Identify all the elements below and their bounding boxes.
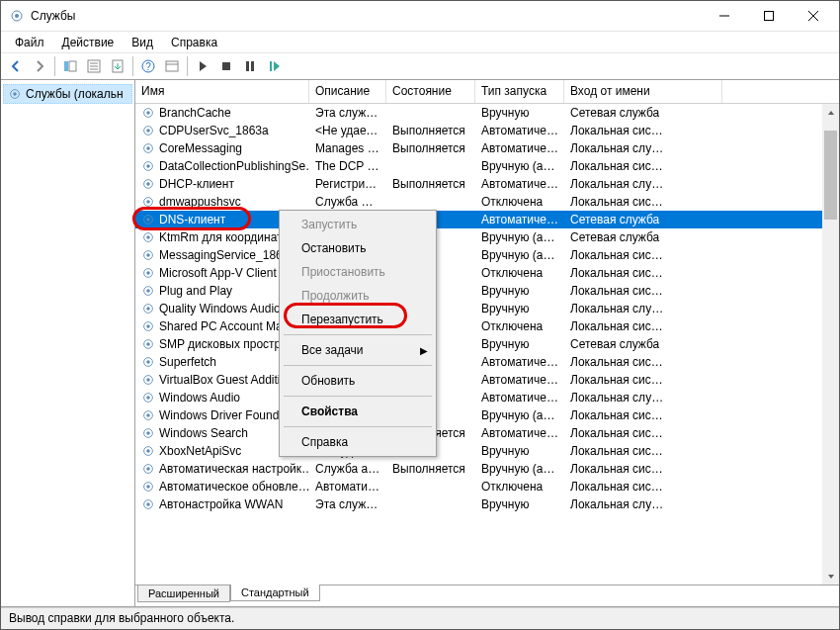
service-icon	[141, 462, 155, 476]
cell-logon: Локальная сис…	[564, 426, 722, 440]
service-icon	[141, 408, 155, 422]
service-name-text: DHCP-клиент	[159, 177, 234, 191]
scroll-up-button[interactable]	[822, 104, 839, 121]
service-icon	[141, 373, 155, 387]
cell-logon: Локальная сис…	[564, 373, 722, 387]
table-row[interactable]: Microsoft App-V ClientОтключенаЛокальная…	[135, 264, 839, 282]
table-row[interactable]: Автоматическая настройк…Служба ав…Выполн…	[135, 460, 839, 478]
table-row[interactable]: SMP дисковых прострВручнуюСетевая служба	[135, 335, 839, 353]
table-row[interactable]: DHCP-клиентРегистрир…ВыполняетсяАвтомати…	[135, 175, 839, 193]
service-name-text: Quality Windows Audio	[159, 302, 281, 315]
scroll-track[interactable]	[822, 121, 839, 568]
column-logon[interactable]: Вход от имени	[564, 80, 722, 103]
minimize-button[interactable]	[702, 2, 746, 30]
svg-point-48	[146, 324, 150, 328]
maximize-button[interactable]	[746, 2, 791, 30]
table-row[interactable]: Shared PC Account MaОтключенаЛокальная с…	[135, 317, 839, 335]
cell-startup: Автоматиче…	[475, 373, 564, 387]
list-button[interactable]	[161, 55, 183, 77]
cell-logon: Локальная сис…	[564, 195, 722, 209]
grid-body[interactable]: BranchCacheЭта служб…ВручнуюСетевая служ…	[135, 104, 839, 585]
table-row[interactable]: BranchCacheЭта служб…ВручнуюСетевая служ…	[135, 104, 839, 122]
tab-extended[interactable]: Расширенный	[137, 585, 230, 602]
table-row[interactable]: DNS-клиентетсяАвтоматиче…Сетевая служба	[135, 211, 839, 228]
close-button[interactable]	[791, 2, 835, 30]
restart-service-button[interactable]	[263, 55, 285, 77]
cell-name: CDPUserSvc_1863a	[135, 124, 309, 137]
cell-startup: Вручную	[475, 497, 564, 511]
context-menu-item[interactable]: Справка	[282, 430, 434, 454]
table-row[interactable]: DataCollectionPublishingSe…The DCP (…Вру…	[135, 157, 839, 175]
cell-logon: Локальная слу…	[564, 177, 722, 191]
table-row[interactable]: MessagingService_1863Вручную (ак…Локальн…	[135, 246, 839, 264]
table-row[interactable]: Автонастройка WWANЭта служб…ВручнуюЛокал…	[135, 495, 839, 513]
context-menu-item[interactable]: Все задачи▶	[282, 338, 434, 362]
service-name-text: Windows Search	[159, 426, 248, 440]
cell-logon: Локальная сис…	[564, 124, 722, 137]
column-name[interactable]: Имя	[135, 80, 309, 103]
vertical-scrollbar[interactable]	[822, 104, 839, 585]
help-button[interactable]: ?	[137, 55, 159, 77]
context-menu-item[interactable]: Остановить	[282, 236, 434, 260]
svg-point-54	[146, 378, 150, 382]
svg-point-58	[146, 413, 150, 417]
service-name-text: Microsoft App-V Client	[159, 266, 277, 280]
cell-name: Автоматическая настройк…	[135, 462, 309, 476]
svg-point-56	[146, 396, 150, 400]
context-menu-separator	[284, 334, 432, 335]
table-row[interactable]: Plug and PlayетсяВручнуюЛокальная сис…	[135, 282, 839, 300]
show-hide-tree-button[interactable]	[59, 55, 81, 77]
table-row[interactable]: Автоматическое обновле…Автомати…Отключен…	[135, 478, 839, 495]
column-status[interactable]: Состояние	[386, 80, 475, 103]
table-row[interactable]: CDPUserSvc_1863a<Не удает…ВыполняетсяАвт…	[135, 122, 839, 139]
context-menu-item[interactable]: Обновить	[282, 369, 434, 393]
column-startup[interactable]: Тип запуска	[475, 80, 564, 103]
scroll-thumb[interactable]	[824, 131, 837, 220]
window-title: Службы	[31, 9, 702, 23]
scroll-down-button[interactable]	[822, 568, 839, 585]
table-row[interactable]: VirtualBox Guest AdditiетсяАвтоматиче…Ло…	[135, 371, 839, 389]
table-row[interactable]: XboxNetApiSvc<Не удает…ВручнуюЛокальная …	[135, 442, 839, 460]
table-row[interactable]: Windows SearchИндексиро…ВыполняетсяАвтом…	[135, 424, 839, 442]
svg-rect-20	[270, 61, 272, 71]
table-row[interactable]: KtmRm для координатВручную (ак…Сетевая с…	[135, 228, 839, 246]
svg-point-34	[146, 200, 150, 204]
properties-button[interactable]	[83, 55, 105, 77]
cell-state: Выполняется	[386, 462, 475, 476]
stop-service-button[interactable]	[215, 55, 237, 77]
back-button[interactable]	[5, 55, 27, 77]
cell-logon: Локальная сис…	[564, 444, 722, 458]
menu-file[interactable]: Файл	[7, 34, 52, 51]
column-description[interactable]: Описание	[309, 80, 386, 103]
cell-description: Служба м…	[309, 195, 386, 209]
tree-root-node[interactable]: Службы (локальн	[3, 84, 132, 104]
svg-point-46	[146, 307, 150, 311]
svg-rect-18	[246, 61, 249, 71]
statusbar: Вывод справки для выбранного объекта.	[1, 607, 839, 629]
tab-standard[interactable]: Стандартный	[230, 585, 320, 601]
table-row[interactable]: SuperfetchетсяАвтоматиче…Локальная сис…	[135, 353, 839, 371]
service-name-text: dmwappushsvc	[159, 195, 241, 209]
forward-button[interactable]	[29, 55, 50, 77]
cell-description: Manages c…	[309, 141, 386, 155]
tree-root-label: Службы (локальн	[26, 87, 124, 101]
table-row[interactable]: CoreMessagingManages c…ВыполняетсяАвтома…	[135, 139, 839, 157]
menu-help[interactable]: Справка	[163, 34, 225, 51]
start-service-button[interactable]	[192, 55, 213, 77]
toolbar: ?	[1, 52, 839, 80]
context-menu-item[interactable]: Свойства	[282, 400, 434, 423]
service-name-text: MessagingService_1863	[159, 248, 289, 262]
export-button[interactable]	[107, 55, 128, 77]
pause-service-button[interactable]	[239, 55, 261, 77]
cell-name: BranchCache	[135, 106, 309, 120]
svg-rect-17	[222, 62, 230, 70]
table-row[interactable]: dmwappushsvcСлужба м…ОтключенаЛокальная …	[135, 193, 839, 211]
table-row[interactable]: Quality Windows AudioВручнуюЛокальная сл…	[135, 300, 839, 317]
menu-view[interactable]: Вид	[124, 34, 161, 51]
table-row[interactable]: Windows Driver FoundетсяВручную (ак…Лока…	[135, 406, 839, 424]
titlebar: Службы	[1, 1, 839, 31]
context-menu-item[interactable]: Перезапустить	[282, 308, 434, 331]
cell-startup: Вручную	[475, 284, 564, 298]
table-row[interactable]: Windows AudioетсяАвтоматиче…Локальная сл…	[135, 389, 839, 406]
menu-action[interactable]: Действие	[54, 34, 123, 51]
